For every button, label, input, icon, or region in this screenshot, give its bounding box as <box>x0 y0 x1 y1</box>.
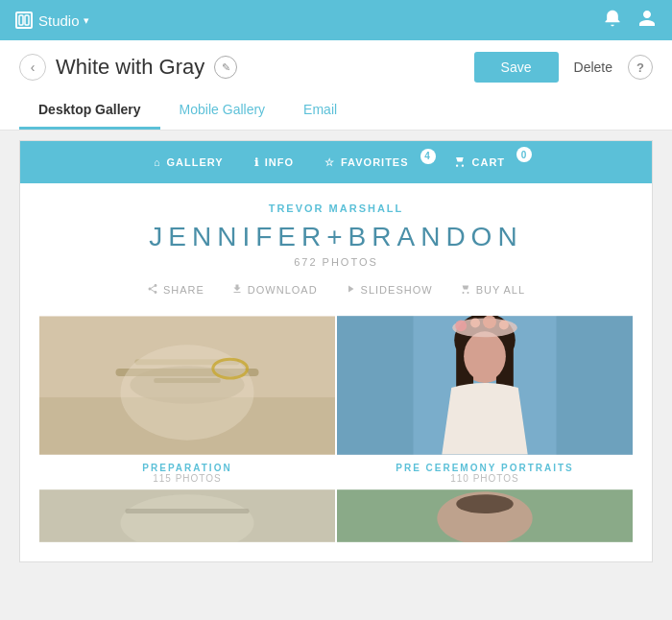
cart-badge: 0 <box>516 147 532 162</box>
download-label: DOWNLOAD <box>248 284 318 296</box>
svg-point-19 <box>470 318 480 327</box>
svg-rect-23 <box>557 316 633 454</box>
svg-point-18 <box>455 320 467 331</box>
gallery-nav-cart-label: CART <box>472 156 506 168</box>
top-nav-left: Studio ▾ <box>15 12 89 29</box>
tabs-container: Desktop Gallery Mobile Gallery Email <box>19 92 653 130</box>
tab-email[interactable]: Email <box>284 92 356 130</box>
download-icon <box>231 283 243 297</box>
studio-dropdown[interactable]: Studio ▾ <box>38 12 89 29</box>
header-top: ‹ White with Gray ✎ Save Delete ? <box>19 52 653 92</box>
save-button[interactable]: Save <box>474 52 559 83</box>
buy-all-action[interactable]: BUY ALL <box>460 283 525 297</box>
gallery-info-icon: ℹ <box>254 156 259 169</box>
header-area: ‹ White with Gray ✎ Save Delete ? Deskto… <box>0 40 672 131</box>
album-label-preparation: PREPARATION 115 PHOTOS <box>39 455 335 488</box>
gallery-nav-info[interactable]: ℹ INFO <box>254 156 294 169</box>
studio-chevron-icon: ▾ <box>84 14 89 27</box>
album-item-4[interactable] <box>337 489 633 542</box>
gallery-nav-info-label: INFO <box>265 156 294 168</box>
preview-container[interactable]: ⌂ GALLERY ℹ INFO ☆ FAVORITES 4 CART 0 <box>0 131 672 620</box>
album-item-preparation[interactable]: PREPARATION 115 PHOTOS <box>39 316 335 488</box>
buy-all-label: BUY ALL <box>476 284 525 296</box>
slideshow-action[interactable]: SLIDESHOW <box>345 283 433 297</box>
gallery-favorites-icon: ☆ <box>324 156 335 169</box>
share-action[interactable]: SHARE <box>147 283 204 297</box>
studio-label-text: Studio <box>38 12 80 29</box>
svg-rect-22 <box>337 316 413 454</box>
photographer-name: Trevor Marshall <box>39 203 633 214</box>
tab-mobile-label: Mobile Gallery <box>180 102 265 117</box>
album-thumb-4 <box>337 489 633 542</box>
gallery-content: Trevor Marshall Jennifer+Brandon 672 Pho… <box>20 183 652 561</box>
album-title-pre-ceremony: PRE CEREMONY PORTRAITS <box>341 463 629 473</box>
album-thumb-pre-ceremony <box>337 316 633 455</box>
edit-title-button[interactable]: ✎ <box>214 56 237 79</box>
notification-icon[interactable] <box>603 9 622 33</box>
gallery-nav-gallery-label: GALLERY <box>167 156 224 168</box>
buy-all-icon <box>460 283 471 297</box>
album-label-pre-ceremony: PRE CEREMONY PORTRAITS 110 PHOTOS <box>337 455 633 488</box>
tab-desktop-gallery[interactable]: Desktop Gallery <box>19 92 160 130</box>
delete-button[interactable]: Delete <box>574 60 612 75</box>
top-navigation: Studio ▾ <box>0 0 672 40</box>
gallery-nav-favorites[interactable]: ☆ FAVORITES 4 <box>324 156 422 169</box>
back-icon: ‹ <box>31 60 36 75</box>
gallery-cart-icon <box>453 155 467 170</box>
user-icon[interactable] <box>637 9 657 33</box>
gallery-nav-gallery[interactable]: ⌂ GALLERY <box>154 156 224 168</box>
album-title-preparation: PREPARATION <box>43 463 331 473</box>
header-actions: Save Delete ? <box>474 52 653 83</box>
svg-point-21 <box>499 320 509 329</box>
svg-rect-0 <box>19 15 23 25</box>
svg-point-20 <box>483 316 496 328</box>
svg-rect-26 <box>125 509 249 513</box>
album-count-pre-ceremony: 110 PHOTOS <box>341 473 629 484</box>
slideshow-label: SLIDESHOW <box>361 284 433 296</box>
download-action[interactable]: DOWNLOAD <box>231 283 318 297</box>
studio-bracket-icon <box>15 12 33 29</box>
gallery-nav-cart[interactable]: CART 0 <box>453 155 519 170</box>
page-title: White with Gray <box>56 55 204 80</box>
album-thumb-3 <box>39 489 335 542</box>
gallery-nav-favorites-label: FAVORITES <box>341 156 409 168</box>
gallery-title: Jennifer+Brandon <box>39 222 633 252</box>
gallery-photo-count: 672 Photos <box>39 256 633 268</box>
tab-email-label: Email <box>303 102 337 117</box>
album-item-3[interactable] <box>39 489 335 542</box>
svg-point-29 <box>456 494 514 513</box>
album-item-pre-ceremony[interactable]: PRE CEREMONY PORTRAITS 110 PHOTOS <box>337 316 633 488</box>
tab-desktop-label: Desktop Gallery <box>38 102 141 117</box>
share-label: SHARE <box>163 284 204 296</box>
top-nav-right <box>603 9 657 33</box>
album-thumb-preparation <box>39 316 335 455</box>
header-title-group: ‹ White with Gray ✎ <box>19 54 237 81</box>
gallery-preview: ⌂ GALLERY ℹ INFO ☆ FAVORITES 4 CART 0 <box>19 140 653 562</box>
back-button[interactable]: ‹ <box>19 54 46 81</box>
svg-rect-1 <box>25 15 29 25</box>
help-button[interactable]: ? <box>628 55 653 80</box>
slideshow-icon <box>345 283 356 297</box>
tab-mobile-gallery[interactable]: Mobile Gallery <box>160 92 284 130</box>
photo-grid: PREPARATION 115 PHOTOS <box>39 316 633 542</box>
album-count-preparation: 115 PHOTOS <box>43 473 331 484</box>
gallery-nav-bar: ⌂ GALLERY ℹ INFO ☆ FAVORITES 4 CART 0 <box>20 141 652 183</box>
svg-point-16 <box>464 331 506 381</box>
gallery-home-icon: ⌂ <box>154 156 161 168</box>
edit-pencil-icon: ✎ <box>222 61 230 74</box>
gallery-action-buttons: SHARE DOWNLOAD SLIDESHOW <box>39 283 633 297</box>
share-icon <box>147 283 158 297</box>
favorites-badge: 4 <box>420 149 436 164</box>
